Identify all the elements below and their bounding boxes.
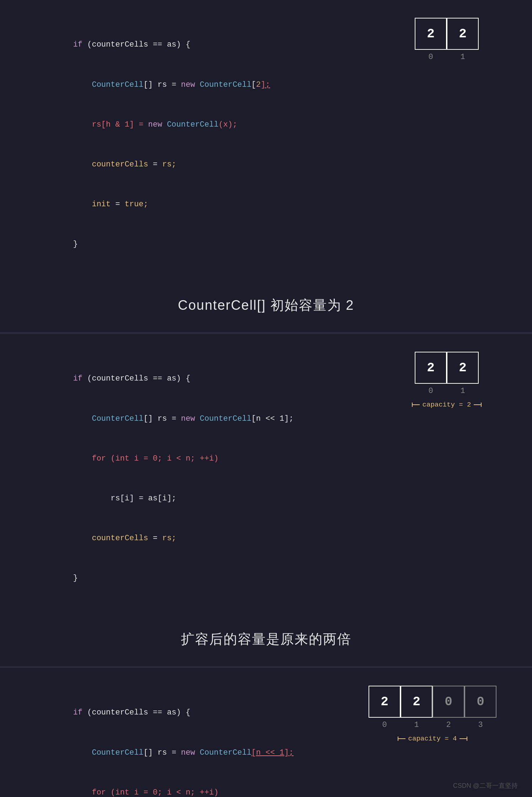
hline-left <box>398 738 405 739</box>
code-line: init = true; <box>36 185 299 224</box>
array-index-row: 0 1 <box>415 384 479 398</box>
array-index-row: 0 1 <box>415 50 479 64</box>
code-text: (counterCells <box>82 40 153 49</box>
array-index: 0 <box>415 384 447 398</box>
array-cell: 2 <box>447 18 479 50</box>
hline-right <box>474 404 481 405</box>
array-cell: 0 <box>432 686 464 718</box>
section-2: if (counterCells == as) { CounterCell[] … <box>0 334 532 667</box>
array-row: 2 2 <box>415 18 479 50</box>
array-index: 1 <box>447 50 479 64</box>
tick-right <box>481 403 482 407</box>
code-line: rs[h & 1] = new CounterCell(x); <box>36 105 299 144</box>
section-3: if (counterCells == as) { CounterCell[] … <box>0 668 532 797</box>
section-1-content: if (counterCells == as) { CounterCell[] … <box>21 14 511 275</box>
section-1: if (counterCells == as) { CounterCell[] … <box>0 0 532 333</box>
array-cell: 2 <box>415 18 447 50</box>
section-3-content: if (counterCells == as) { CounterCell[] … <box>21 682 511 797</box>
code-line: } <box>36 224 299 264</box>
code-line: CounterCell[] rs = new CounterCell[n << … <box>36 733 299 772</box>
capacity-text: capacity = 2 <box>423 401 471 409</box>
array-row: 2 2 <box>415 352 479 384</box>
array-cell: 2 <box>401 686 432 718</box>
tick-right <box>467 737 467 741</box>
array-index: 1 <box>447 384 479 398</box>
code-line: counterCells = rs; <box>36 145 299 185</box>
array-cell: 2 <box>447 352 479 384</box>
array-index: 2 <box>432 718 464 732</box>
section-2-content: if (counterCells == as) { CounterCell[] … <box>21 348 511 609</box>
code-block-1: if (counterCells == as) { CounterCell[] … <box>21 14 313 275</box>
code-line: rs[i] = as[i]; <box>36 479 299 519</box>
array-cell: 2 <box>369 686 401 718</box>
array-index: 0 <box>369 718 401 732</box>
array-row: 2 2 0 0 <box>369 686 496 718</box>
array-index: 3 <box>464 718 496 732</box>
capacity-label: capacity = 2 <box>412 401 482 409</box>
code-line: for (int i = 0; i < n; ++i) <box>36 772 299 797</box>
code-line: if (counterCells == as) { <box>36 693 299 733</box>
hline-right <box>460 738 467 739</box>
code-block-3: if (counterCells == as) { CounterCell[] … <box>21 682 313 797</box>
code-block-2: if (counterCells == as) { CounterCell[] … <box>21 348 313 609</box>
keyword: if <box>73 40 82 49</box>
array-index: 0 <box>415 50 447 64</box>
code-line: counterCells = rs; <box>36 519 299 558</box>
hline-left <box>413 404 420 405</box>
code-line: CounterCell[] rs = new CounterCell[n << … <box>36 399 299 439</box>
section-title-2: 扩容后的容量是原来的两倍 <box>181 630 351 648</box>
watermark: CSDN @二哥一直坚持 <box>453 781 518 790</box>
array-cell: 2 <box>415 352 447 384</box>
section-title-1: CounterCell[] 初始容量为 2 <box>178 296 354 314</box>
code-line: for (int i = 0; i < n; ++i) <box>36 439 299 478</box>
capacity-text: capacity = 4 <box>408 735 457 743</box>
array-viz-1: 2 2 0 1 <box>397 18 496 64</box>
code-line: } <box>36 558 299 598</box>
code-line: CounterCell[] rs = new CounterCell[2]; <box>36 65 299 105</box>
array-index-row: 0 1 2 3 <box>369 718 496 732</box>
code-line: if (counterCells == as) { <box>36 359 299 399</box>
array-index: 1 <box>401 718 432 732</box>
array-cell: 0 <box>464 686 496 718</box>
array-viz-2: 2 2 0 1 capacity = 2 <box>397 352 496 409</box>
code-line: if (counterCells == as) { <box>36 25 299 65</box>
array-viz-3: 2 2 0 0 0 1 2 3 capacity = 4 <box>369 686 496 743</box>
capacity-label: capacity = 4 <box>398 735 468 743</box>
